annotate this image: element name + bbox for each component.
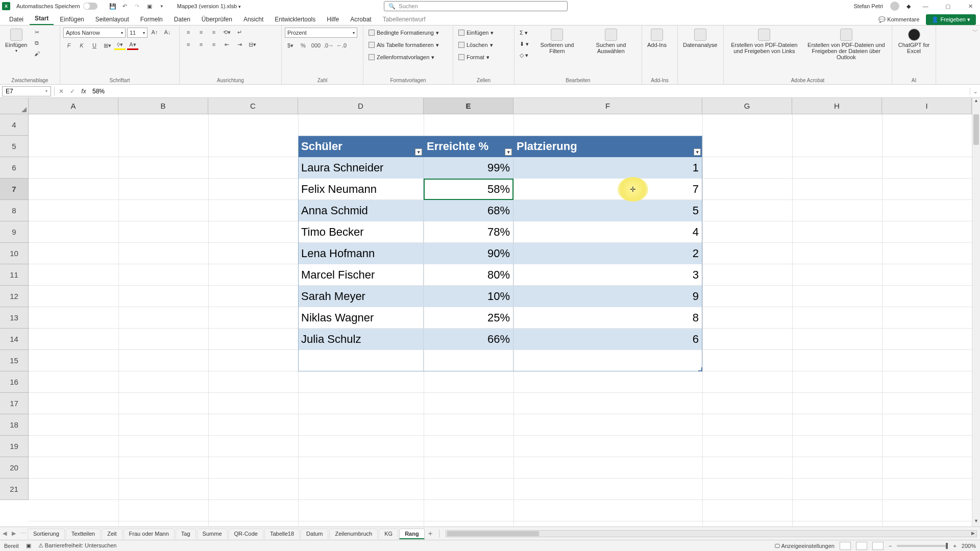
expand-formula-bar-icon[interactable]: ⌄ bbox=[970, 88, 980, 95]
name-box[interactable]: E7▾ bbox=[2, 86, 51, 96]
search-input[interactable]: 🔍 Suchen bbox=[384, 1, 568, 11]
decrease-decimal-icon[interactable]: ←.0 bbox=[336, 41, 347, 50]
row-header-12[interactable]: 12 bbox=[0, 286, 29, 307]
vertical-scrollbar[interactable]: ▲ ▼ bbox=[972, 98, 980, 527]
align-top-icon[interactable]: ≡ bbox=[183, 28, 194, 37]
diamond-icon[interactable]: ◆ bbox=[906, 3, 911, 10]
minimize-button[interactable]: — bbox=[918, 3, 933, 9]
sheet-nav-prev-icon[interactable]: ◀ bbox=[0, 530, 9, 537]
format-painter-icon[interactable]: 🖌 bbox=[31, 49, 42, 58]
font-color-icon[interactable]: A▾ bbox=[127, 41, 138, 50]
column-header-D[interactable]: D bbox=[298, 98, 424, 114]
close-button[interactable]: ✕ bbox=[963, 3, 978, 10]
align-right-icon[interactable]: ≡ bbox=[208, 40, 219, 49]
camera-icon[interactable]: ▣ bbox=[144, 1, 155, 11]
row-header-9[interactable]: 9 bbox=[0, 221, 29, 243]
fx-icon[interactable]: fx bbox=[78, 88, 89, 95]
cut-icon[interactable]: ✂ bbox=[31, 28, 42, 37]
row-header-17[interactable]: 17 bbox=[0, 393, 29, 414]
row-header-4[interactable]: 4 bbox=[0, 114, 29, 136]
table-row[interactable]: Niklas Wagner25%8 bbox=[298, 307, 702, 329]
fill-icon[interactable]: ⬇ ▾ bbox=[518, 39, 531, 49]
zoom-level[interactable]: 200% bbox=[962, 543, 976, 549]
cell-percent[interactable]: 78% bbox=[424, 221, 513, 243]
column-header-B[interactable]: B bbox=[118, 98, 208, 114]
cell-student[interactable]: Timo Becker bbox=[298, 221, 424, 243]
table-row[interactable]: Laura Schneider99%1 bbox=[298, 157, 702, 179]
share-button[interactable]: 👤 Freigeben ▾ bbox=[926, 14, 976, 25]
row-header-10[interactable]: 10 bbox=[0, 243, 29, 264]
user-avatar-icon[interactable] bbox=[890, 2, 899, 11]
table-row[interactable]: Julia Schulz66%6 bbox=[298, 329, 702, 350]
underline-icon[interactable]: U bbox=[89, 41, 100, 50]
row-header-7[interactable]: 7 bbox=[0, 179, 29, 200]
tab-file[interactable]: Datei bbox=[4, 14, 29, 25]
font-size-combo[interactable]: 11▾ bbox=[127, 28, 148, 38]
row-header-5[interactable]: 5 bbox=[0, 136, 29, 157]
clear-icon[interactable]: ◇ ▾ bbox=[518, 50, 531, 60]
format-as-table-button[interactable]: Als Tabelle formatieren ▾ bbox=[366, 40, 441, 50]
sheet-tab-rang[interactable]: Rang bbox=[399, 529, 425, 539]
cell-percent[interactable]: 25% bbox=[424, 307, 513, 329]
zoom-out-icon[interactable]: − bbox=[889, 543, 892, 549]
percent-icon[interactable]: % bbox=[298, 41, 309, 50]
table-row[interactable]: Anna Schmid68%5 bbox=[298, 200, 702, 221]
sheet-tab-zeilenumbruch[interactable]: Zeilenumbruch bbox=[329, 529, 378, 539]
table-header-student[interactable]: Schüler▾ bbox=[298, 136, 424, 157]
align-bottom-icon[interactable]: ≡ bbox=[208, 28, 219, 37]
cell-rank[interactable]: 3 bbox=[513, 264, 702, 286]
tab-acrobat[interactable]: Acrobat bbox=[345, 14, 376, 25]
pdf-outlook-button[interactable]: Erstellen von PDF-Dateien und Freigeben … bbox=[804, 28, 889, 61]
zoom-in-icon[interactable]: + bbox=[953, 543, 956, 549]
row-header-19[interactable]: 19 bbox=[0, 436, 29, 457]
pdf-links-button[interactable]: Erstellen von PDF-Dateien und Freigeben … bbox=[727, 28, 802, 55]
normal-view-icon[interactable] bbox=[840, 542, 851, 550]
chatgpt-button[interactable]: ChatGPT for Excel bbox=[895, 28, 933, 55]
collapse-ribbon-icon[interactable]: ﹀ bbox=[970, 26, 980, 37]
table-header-rank[interactable]: Platzierung▾ bbox=[513, 136, 702, 157]
increase-decimal-icon[interactable]: .0→ bbox=[323, 41, 334, 50]
filter-dropdown-icon[interactable]: ▾ bbox=[415, 148, 422, 156]
insert-cells-button[interactable]: Einfügen ▾ bbox=[456, 28, 496, 38]
autosave-toggle[interactable]: Automatisches Speichern bbox=[16, 3, 97, 10]
orientation-icon[interactable]: ⟲▾ bbox=[221, 28, 232, 37]
table-row[interactable]: Felix Neumann58%7 bbox=[298, 179, 702, 200]
sheet-nav-next-icon[interactable]: ▶ bbox=[9, 530, 18, 537]
merge-icon[interactable]: ⊟▾ bbox=[247, 40, 258, 49]
delete-cells-button[interactable]: Löschen ▾ bbox=[456, 40, 495, 50]
currency-icon[interactable]: $▾ bbox=[285, 41, 296, 50]
cell-rank[interactable]: 1 bbox=[513, 157, 702, 179]
cell-percent[interactable]: 10% bbox=[424, 286, 513, 307]
border-icon[interactable]: ⊞▾ bbox=[102, 41, 113, 50]
conditional-format-button[interactable]: Bedingte Formatierung ▾ bbox=[366, 28, 441, 38]
paste-button[interactable]: Einfügen▾ bbox=[3, 28, 29, 55]
italic-icon[interactable]: K bbox=[76, 41, 87, 50]
decrease-indent-icon[interactable]: ⇤ bbox=[221, 40, 232, 49]
sheet-tab-datum[interactable]: Datum bbox=[301, 529, 328, 539]
tab-formulas[interactable]: Formeln bbox=[135, 14, 168, 25]
fill-color-icon[interactable]: ◊▾ bbox=[114, 41, 126, 50]
cell-rank[interactable]: 5 bbox=[513, 200, 702, 221]
shrink-font-icon[interactable]: A↓ bbox=[162, 28, 173, 37]
cell-student[interactable]: Sarah Meyer bbox=[298, 286, 424, 307]
cell-student[interactable]: Marcel Fischer bbox=[298, 264, 424, 286]
sheet-tab-tabelle18[interactable]: Tabelle18 bbox=[264, 529, 300, 539]
tab-start[interactable]: Start bbox=[30, 13, 54, 25]
row-header-13[interactable]: 13 bbox=[0, 307, 29, 329]
filter-dropdown-icon[interactable]: ▾ bbox=[505, 148, 512, 156]
page-layout-view-icon[interactable] bbox=[856, 542, 867, 550]
cell-student[interactable]: Laura Schneider bbox=[298, 157, 424, 179]
cell-percent[interactable]: 58% bbox=[424, 179, 513, 200]
column-header-H[interactable]: H bbox=[792, 98, 882, 114]
table-resize-handle[interactable] bbox=[698, 367, 702, 371]
row-header-11[interactable]: 11 bbox=[0, 264, 29, 286]
cell-rank[interactable]: 6 bbox=[513, 329, 702, 350]
row-header-18[interactable]: 18 bbox=[0, 414, 29, 436]
sheet-tab-qr-code[interactable]: QR-Code bbox=[229, 529, 263, 539]
tab-tabledesign[interactable]: Tabellenentwurf bbox=[378, 14, 431, 25]
comments-button[interactable]: 💬 Kommentare bbox=[873, 14, 925, 25]
increase-indent-icon[interactable]: ⇥ bbox=[234, 40, 245, 49]
cell-empty[interactable] bbox=[424, 350, 513, 371]
cell-percent[interactable]: 99% bbox=[424, 157, 513, 179]
page-break-view-icon[interactable] bbox=[872, 542, 884, 550]
